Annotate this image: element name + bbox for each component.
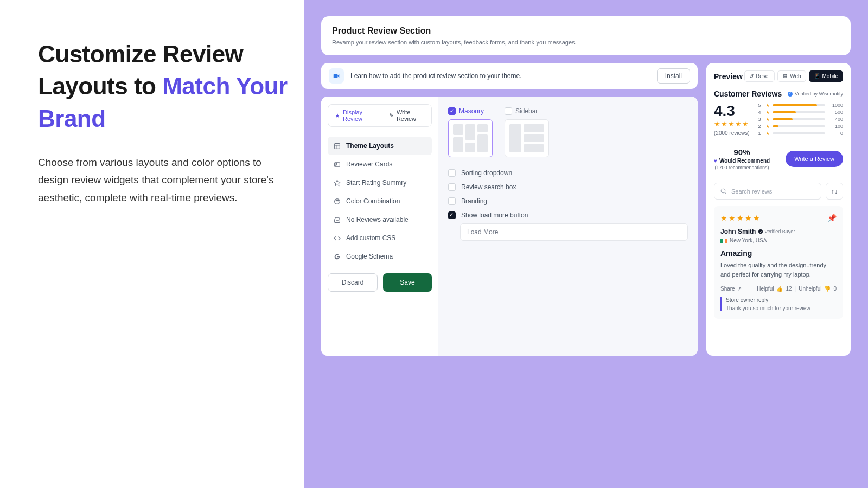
mobile-button[interactable]: 📱Mobile [809,70,843,82]
helpful-count: 12 [786,286,792,292]
pin-icon[interactable]: 📌 [827,214,837,222]
heart-icon: ♥ [714,158,717,164]
review-stars: ★★★★★ [720,214,760,222]
verified-buyer-label: Verified Buyer [764,229,795,234]
bar-row[interactable]: 3★400 [758,117,843,122]
code-icon [333,234,341,242]
share-icon: ↗ [737,286,742,292]
review-body: Loved the quality and the design..trendy… [720,261,837,279]
google-icon [333,253,341,260]
verified-label: Verified by Wisernotify [795,91,843,97]
menu-google-schema[interactable]: Google Schema [328,247,432,266]
menu-theme-layouts[interactable]: Theme Layouts [328,137,432,155]
menu-label: No Reviews available [346,216,409,223]
btn-label: Mobile [822,73,838,79]
discard-button[interactable]: Discard [328,273,378,292]
preview-panel: Preview ↺Reset 🖥Web 📱Mobile Customer Rev… [706,63,851,356]
svg-point-3 [335,163,336,164]
reset-button[interactable]: ↺Reset [744,70,775,82]
layout-option-masonry[interactable]: Masonry [448,107,493,157]
layout-option-sidebar[interactable]: Sidebar [505,107,549,157]
menu-no-reviews[interactable]: No Reviews available [328,210,432,229]
web-button[interactable]: 🖥Web [777,70,806,82]
loadmore-input[interactable] [460,223,688,241]
star-outline-icon [333,179,341,187]
unhelpful-label: Unhelpful [799,286,821,292]
menu-label: Add custom CSS [346,234,395,242]
unhelpful-count: 0 [833,286,837,292]
owner-reply-body: Thank you so much for your review [726,305,837,311]
tab-label: Write Review [397,109,425,122]
preview-title: Preview [714,72,743,81]
layout-label: Masonry [459,107,484,115]
share-button[interactable]: Share↗ [720,286,742,292]
layout-icon [333,142,341,150]
install-button[interactable]: Install [657,68,690,84]
bar-row[interactable]: 4★500 [758,110,843,115]
review-title: Amazing [720,249,837,258]
sort-button[interactable]: ↑↓ [826,183,843,200]
verified-badge: ✓Verified by Wisernotify [788,91,843,97]
bar-row[interactable]: 5★1000 [758,102,843,108]
reset-icon: ↺ [749,73,754,79]
checkbox-icon [505,107,512,115]
write-review-button[interactable]: Write a Review [786,151,843,167]
check-badge-icon: ✓ [788,92,793,97]
owner-reply-header: Store owner reply [726,297,837,303]
opt-branding[interactable]: Branding [448,197,688,205]
thumbs-up-icon[interactable]: 👍 [776,286,783,292]
owner-reply: Store owner reply Thank you so much for … [720,297,837,311]
tab-label: Display Review [343,109,376,122]
tab-write-review[interactable]: ✎ Write Review [382,105,431,126]
reviewer-name: John Smith [720,228,756,235]
btn-label: Reset [756,73,770,79]
opt-label: Sorting dropdown [461,169,512,177]
search-placeholder: Search reviews [731,188,772,195]
info-bar: Learn how to add the product review sect… [321,63,698,89]
bar-row[interactable]: 1★0 [758,131,843,136]
hero-subtitle: Choose from various layouts and color op… [38,154,277,207]
save-button[interactable]: Save [383,273,432,292]
inbox-icon [333,216,341,223]
page-title: Product Review Section [332,26,840,36]
review-count: (2000 reviews) [714,130,750,136]
checkbox-icon [448,197,456,205]
opt-sorting[interactable]: Sorting dropdown [448,169,688,177]
reviewer-location: New York, USA [730,237,767,243]
menu-custom-css[interactable]: Add custom CSS [328,229,432,247]
svg-point-4 [334,198,340,204]
opt-search[interactable]: Review search box [448,183,688,191]
layout-label: Sidebar [515,107,538,115]
btn-label: Web [790,73,801,79]
page-subtitle: Revamp your review section with custom l… [332,39,840,46]
menu-star-rating[interactable]: Start Rating Summry [328,174,432,192]
recommend-sub: (1700 recommendations) [715,165,769,170]
user-card-icon [333,160,341,168]
pencil-icon: ✎ [389,112,394,119]
masonry-thumb [448,119,493,157]
rating-value: 4.3 [714,102,750,120]
checkbox-checked-icon [448,107,456,115]
opt-loadmore[interactable]: Show load more button [448,211,688,219]
info-text: Learn how to add the product review sect… [350,72,650,80]
tab-display-review[interactable]: ★ Display Review [328,105,382,126]
sort-icon: ↑↓ [831,187,838,195]
opt-label: Review search box [461,183,516,191]
svg-point-7 [721,189,725,193]
tabs: ★ Display Review ✎ Write Review [328,104,432,127]
bar-row[interactable]: 2★100 [758,124,843,129]
checkbox-icon [448,169,456,177]
recommend-label: Would Recommend [719,158,770,164]
menu-color-combination[interactable]: Color Combination [328,192,432,210]
menu-reviewer-cards[interactable]: Reviewer Cards [328,155,432,174]
config-card: ★ Display Review ✎ Write Review [321,97,698,356]
monitor-icon: 🖥 [782,73,788,79]
search-reviews-input[interactable]: Search reviews [714,183,821,200]
customer-reviews-title: Customer Reviews [714,89,782,98]
search-icon [720,188,727,195]
mobile-icon: 📱 [814,73,820,79]
thumbs-down-icon[interactable]: 👎 [824,286,831,292]
hero-title: Customize Review Layouts to Match Your B… [38,38,304,134]
side-menu: Theme Layouts Reviewer Cards Start Ratin… [328,137,432,266]
sidebar-thumb [505,119,549,157]
